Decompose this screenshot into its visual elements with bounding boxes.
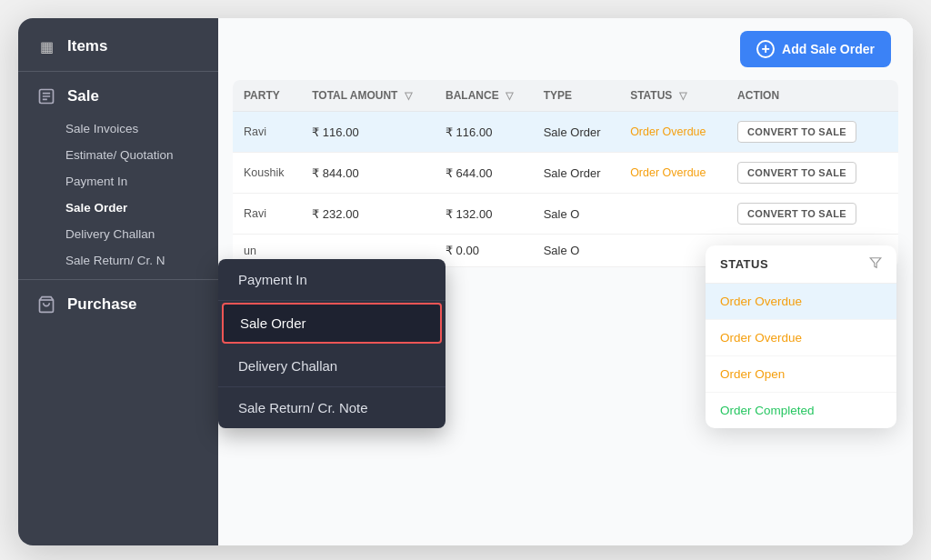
convert-to-sale-button-2[interactable]: CONVERT TO SALE	[737, 162, 856, 184]
balance-filter-icon[interactable]: ▽	[506, 90, 513, 102]
status-open-label: Order Open	[720, 367, 785, 381]
type-cell: Sale O	[533, 194, 619, 235]
col-total-amount: TOTAL AMOUNT ▽	[301, 80, 435, 112]
purchase-icon	[36, 295, 56, 315]
status-overdue-label-2: Order Overdue	[720, 331, 802, 345]
col-status: STATUS ▽	[619, 80, 726, 112]
add-sale-order-button[interactable]: + Add Sale Order	[740, 31, 891, 67]
status-popup-title: STATUS	[720, 257, 768, 271]
svg-marker-5	[870, 258, 881, 268]
sidebar-item-purchase[interactable]: Purchase	[18, 285, 218, 324]
table-row: Koushik ₹ 844.00 ₹ 644.00 Sale Order Ord…	[233, 153, 898, 194]
dropdown-item-sale-order[interactable]: Sale Order	[222, 303, 442, 344]
status-item-overdue-1[interactable]: Order Overdue	[706, 284, 896, 320]
status-completed-label: Order Completed	[720, 404, 815, 417]
balance-cell: ₹ 644.00	[435, 153, 533, 194]
balance-cell: ₹ 116.00	[435, 112, 533, 153]
total-amount-cell: ₹ 232.00	[301, 194, 435, 235]
status-cell	[619, 194, 726, 235]
sidebar-item-items[interactable]: ▦ Items	[18, 27, 218, 65]
table-header-row: PARTY TOTAL AMOUNT ▽ BALANCE ▽ TYPE STAT…	[233, 80, 898, 112]
add-sale-order-label: Add Sale Order	[782, 42, 875, 56]
sidebar-item-payment-in[interactable]: Payment In	[65, 168, 218, 195]
status-item-overdue-2[interactable]: Order Overdue	[706, 320, 896, 356]
sidebar-sale-label: Sale	[67, 87, 99, 105]
convert-to-sale-button-3[interactable]: CONVERT TO SALE	[737, 203, 856, 225]
table-row: Ravi ₹ 232.00 ₹ 132.00 Sale O CONVERT TO…	[233, 194, 898, 235]
sidebar-items-label: Items	[67, 37, 107, 55]
col-party: PARTY	[233, 80, 301, 112]
status-popup-header: STATUS	[706, 245, 896, 284]
balance-cell: ₹ 132.00	[435, 194, 533, 235]
total-amount-filter-icon[interactable]: ▽	[405, 90, 412, 102]
sidebar-divider-1	[18, 71, 218, 72]
sale-icon	[36, 86, 56, 106]
type-cell: Sale Order	[533, 153, 619, 194]
dropdown-item-payment-in[interactable]: Payment In	[218, 259, 445, 301]
table-row: Ravi ₹ 116.00 ₹ 116.00 Sale Order Order …	[233, 112, 898, 153]
party-cell: Ravi	[233, 194, 301, 235]
party-cell: Koushik	[233, 153, 301, 194]
sale-type-dropdown: Payment In Sale Order Delivery Challan S…	[218, 259, 445, 428]
col-action: ACTION	[726, 80, 898, 112]
sidebar-item-sale-order[interactable]: Sale Order	[65, 195, 218, 221]
sidebar-item-delivery-challan[interactable]: Delivery Challan	[65, 221, 218, 247]
total-amount-cell: ₹ 844.00	[301, 153, 435, 194]
sidebar-divider-2	[18, 279, 218, 280]
type-cell: Sale O	[533, 235, 619, 267]
sidebar-purchase-label: Purchase	[67, 295, 137, 314]
sidebar: ▦ Items Sale Sale Invoices Estimate/ Quo…	[18, 18, 218, 545]
app-container: ▦ Items Sale Sale Invoices Estimate/ Quo…	[18, 18, 913, 545]
sidebar-sale-sub-items: Sale Invoices Estimate/ Quotation Paymen…	[18, 115, 218, 274]
status-item-completed[interactable]: Order Completed	[706, 393, 896, 428]
sale-orders-table: PARTY TOTAL AMOUNT ▽ BALANCE ▽ TYPE STAT…	[233, 80, 898, 267]
status-filter-icon[interactable]: ▽	[679, 90, 686, 102]
dropdown-item-sale-return[interactable]: Sale Return/ Cr. Note	[218, 387, 445, 428]
sidebar-item-estimate[interactable]: Estimate/ Quotation	[65, 142, 218, 168]
dropdown-item-delivery-challan[interactable]: Delivery Challan	[218, 345, 445, 387]
sidebar-item-sale[interactable]: Sale	[18, 77, 218, 115]
sidebar-item-sale-invoices[interactable]: Sale Invoices	[65, 115, 218, 142]
status-popup-filter-icon[interactable]	[869, 256, 882, 272]
party-cell: Ravi	[233, 112, 301, 153]
table-wrapper: PARTY TOTAL AMOUNT ▽ BALANCE ▽ TYPE STAT…	[218, 80, 913, 267]
action-cell: CONVERT TO SALE	[726, 194, 898, 235]
items-icon: ▦	[36, 36, 56, 56]
top-bar: + Add Sale Order	[218, 18, 913, 80]
status-overdue-label-1: Order Overdue	[720, 295, 802, 308]
status-cell: Order Overdue	[619, 153, 726, 194]
convert-to-sale-button-1[interactable]: CONVERT TO SALE	[737, 121, 856, 143]
total-amount-cell: ₹ 116.00	[301, 112, 435, 153]
action-cell: CONVERT TO SALE	[726, 112, 898, 153]
status-filter-popup: STATUS Order Overdue Order Overdue Order…	[706, 245, 896, 428]
sidebar-item-sale-return[interactable]: Sale Return/ Cr. N	[65, 247, 218, 274]
type-cell: Sale Order	[533, 112, 619, 153]
status-cell: Order Overdue	[619, 112, 726, 153]
col-type: TYPE	[533, 80, 619, 112]
add-icon: +	[756, 40, 775, 58]
col-balance: BALANCE ▽	[435, 80, 533, 112]
status-item-open[interactable]: Order Open	[706, 356, 896, 393]
action-cell: CONVERT TO SALE	[726, 153, 898, 194]
balance-cell: ₹ 0.00	[435, 235, 533, 267]
